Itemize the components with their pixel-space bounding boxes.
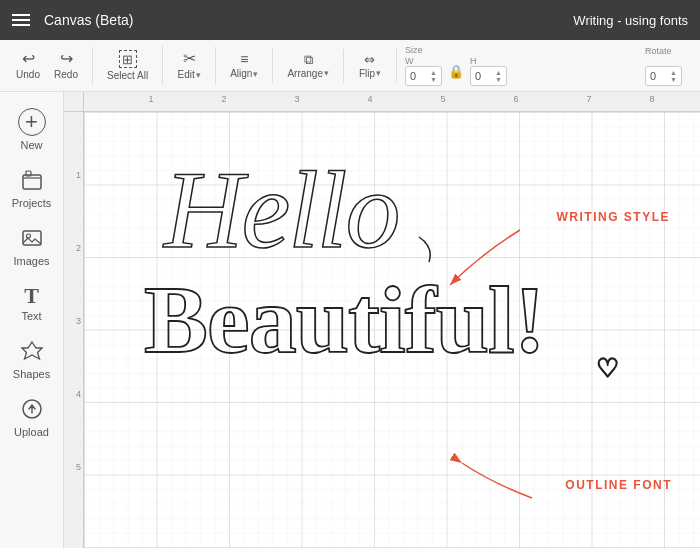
- edit-icon: ✂: [183, 51, 196, 67]
- rotate-value: 0: [650, 70, 668, 82]
- size-label: Size: [405, 45, 423, 55]
- select-all-icon: ⊞: [119, 50, 137, 68]
- annotation-writing-style: WRITING STYLE: [557, 207, 671, 225]
- redo-button[interactable]: ↪ Redo: [48, 47, 84, 84]
- menu-icon[interactable]: [12, 14, 30, 26]
- h-value: 0: [475, 70, 493, 82]
- ruler-h-4: 4: [360, 92, 380, 104]
- ruler-v-2: 2: [76, 243, 81, 253]
- lock-icon: 🔒: [448, 64, 464, 79]
- sidebar: + New Projects Images: [0, 92, 64, 548]
- svg-rect-0: [23, 175, 41, 189]
- projects-icon: [21, 169, 43, 194]
- design-art: Hello Beautiful! ♡: [134, 137, 654, 427]
- annotation-outline-font: OUTLINE FONT: [565, 475, 672, 493]
- sidebar-item-new[interactable]: + New: [4, 100, 60, 159]
- ruler-horizontal: 1 2 3 4 5 6 7 8: [84, 92, 700, 112]
- ruler-v-5: 5: [76, 462, 81, 472]
- w-stepper[interactable]: ▲ ▼: [430, 69, 437, 83]
- ruler-h-7: 7: [579, 92, 599, 104]
- ruler-corner: [64, 92, 84, 112]
- edit-button[interactable]: ✂ Edit ▾: [171, 47, 207, 84]
- main-area: + New Projects Images: [0, 92, 700, 548]
- grid-canvas[interactable]: Hello Beautiful! ♡ WRITING STYLE: [84, 112, 700, 548]
- ruler-h-1: 1: [141, 92, 161, 104]
- w-label: W: [405, 56, 414, 66]
- align-button[interactable]: ≡ Align ▾: [224, 48, 264, 83]
- redo-icon: ↪: [60, 51, 73, 67]
- select-all-button[interactable]: ⊞ Select All: [101, 46, 154, 85]
- ruler-h-2: 2: [214, 92, 234, 104]
- images-icon: [21, 227, 43, 252]
- h-stepper[interactable]: ▲ ▼: [495, 69, 502, 83]
- svg-marker-4: [22, 342, 42, 359]
- sidebar-item-shapes[interactable]: Shapes: [4, 332, 60, 388]
- ruler-h-5: 5: [433, 92, 453, 104]
- rotate-label: Rotate: [645, 46, 672, 56]
- svg-point-3: [26, 234, 30, 238]
- undo-button[interactable]: ↩ Undo: [10, 47, 46, 84]
- doc-title: Writing - using fonts: [573, 13, 688, 28]
- undo-icon: ↩: [22, 51, 35, 67]
- flip-icon: ⇔: [364, 53, 375, 66]
- ruler-vertical: 1 2 3 4 5: [64, 112, 84, 548]
- sidebar-item-text[interactable]: T Text: [4, 277, 60, 330]
- text-icon: T: [24, 285, 39, 307]
- header: Canvas (Beta) Writing - using fonts: [0, 0, 700, 40]
- svg-text:Hello: Hello: [162, 149, 398, 271]
- shapes-icon: [21, 340, 43, 365]
- rotate-stepper[interactable]: ▲ ▼: [670, 69, 677, 83]
- svg-rect-2: [23, 231, 41, 245]
- ruler-v-3: 3: [76, 316, 81, 326]
- align-icon: ≡: [240, 52, 248, 66]
- sidebar-item-images[interactable]: Images: [4, 219, 60, 275]
- app-title: Canvas (Beta): [44, 12, 133, 28]
- svg-text:♡: ♡: [596, 353, 619, 383]
- ruler-h-6: 6: [506, 92, 526, 104]
- ruler-h-8: 8: [642, 92, 662, 104]
- flip-button[interactable]: ⇔ Flip ▾: [352, 49, 388, 83]
- ruler-v-4: 4: [76, 389, 81, 399]
- w-value: 0: [410, 70, 428, 82]
- ruler-h-3: 3: [287, 92, 307, 104]
- ruler-v-1: 1: [76, 170, 81, 180]
- sidebar-item-projects[interactable]: Projects: [4, 161, 60, 217]
- outline-font-arrow: [452, 493, 572, 548]
- new-icon: +: [18, 108, 46, 136]
- sidebar-item-upload[interactable]: Upload: [4, 390, 60, 446]
- toolbar: ↩ Undo ↪ Redo ⊞ Select All ✂ Edit ▾ ≡ Al…: [0, 40, 700, 92]
- upload-icon: [21, 398, 43, 423]
- arrange-icon: ⧉: [304, 53, 313, 66]
- canvas-area[interactable]: 1 2 3 4 5 6 7 8 1 2 3 4 5: [64, 92, 700, 548]
- h-label: H: [470, 56, 477, 66]
- writing-style-arrow: [430, 225, 550, 305]
- arrange-button[interactable]: ⧉ Arrange ▾: [281, 49, 335, 83]
